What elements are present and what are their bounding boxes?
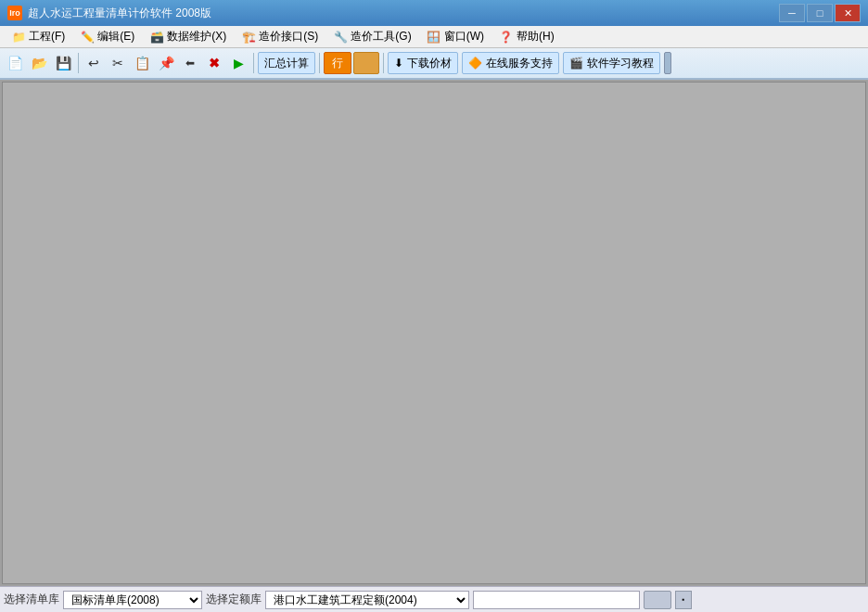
- main-content: [0, 80, 868, 586]
- orange-placeholder: [353, 52, 379, 74]
- download-price-label: 下载价材: [407, 56, 452, 71]
- row-label: 行: [332, 57, 343, 70]
- indent-button[interactable]: ⬅: [179, 52, 201, 74]
- toolbar: 📄 📂 💾 ↩ ✂ 📋 📌 ⬅ ✖ ▶ 汇总计算 行 ⬇ 下载价材 🔶 在线服务…: [0, 48, 868, 80]
- toolbar-separator-4: [383, 53, 384, 73]
- download-price-button[interactable]: ⬇ 下载价材: [388, 52, 458, 74]
- pricing-interface-icon: 🏗️: [241, 30, 256, 45]
- online-service-button[interactable]: 🔶 在线服务支持: [462, 52, 559, 74]
- play-button[interactable]: ▶: [227, 52, 249, 74]
- delete-button[interactable]: ✖: [203, 52, 225, 74]
- status-bar: 选择清单库 国标清单库(2008) 选择定额库 港口水工建筑工程定额(2004)…: [0, 586, 868, 612]
- menu-pricing-interface[interactable]: 🏗️ 造价接口(S): [234, 27, 326, 46]
- summary-label: 汇总计算: [264, 56, 309, 71]
- save-button[interactable]: 💾: [52, 52, 74, 74]
- close-button[interactable]: ✕: [835, 4, 861, 22]
- menu-pricing-interface-label: 造价接口(S): [259, 29, 318, 45]
- summary-button[interactable]: 汇总计算: [258, 52, 315, 74]
- help-icon: ❓: [499, 30, 514, 45]
- menu-edit-label: 编辑(E): [97, 29, 134, 45]
- undo-button[interactable]: ↩: [83, 52, 105, 74]
- title-bar: Iro 超人水运工程量清单计价软件 2008版 ─ □ ✕: [0, 0, 868, 26]
- copy-button[interactable]: 📋: [131, 52, 153, 74]
- menu-edit[interactable]: ✏️ 编辑(E): [72, 27, 142, 46]
- list-db-select[interactable]: 国标清单库(2008): [63, 591, 202, 609]
- cut-button[interactable]: ✂: [107, 52, 129, 74]
- paste-button[interactable]: 📌: [155, 52, 177, 74]
- new-button[interactable]: 📄: [4, 52, 26, 74]
- open-button[interactable]: 📂: [28, 52, 50, 74]
- tutorial-label: 软件学习教程: [587, 56, 654, 71]
- toolbar-right: ⬇ 下载价材 🔶 在线服务支持 🎬 软件学习教程: [388, 52, 671, 74]
- online-service-label: 在线服务支持: [486, 56, 553, 71]
- toolbar-separator-3: [319, 53, 320, 73]
- title-bar-left: Iro 超人水运工程量清单计价软件 2008版: [7, 6, 211, 21]
- maximize-button[interactable]: □: [807, 4, 833, 22]
- quota-db-select[interactable]: 港口水工建筑工程定额(2004): [265, 591, 469, 609]
- menu-window[interactable]: 🪟 窗口(W): [419, 27, 491, 46]
- app-icon: Iro: [7, 6, 22, 20]
- app-icon-text: Iro: [9, 8, 20, 18]
- list-db-label: 选择清单库: [4, 592, 59, 607]
- search-input[interactable]: [473, 591, 640, 609]
- menu-pricing-tool-label: 造价工具(G): [351, 29, 411, 45]
- workspace-area: [2, 82, 866, 584]
- menu-project[interactable]: 📁 工程(F): [4, 27, 72, 46]
- menu-bar: 📁 工程(F) ✏️ 编辑(E) 🗃️ 数据维护(X) 🏗️ 造价接口(S) 🔧…: [0, 26, 868, 48]
- slider-handle[interactable]: [644, 591, 671, 609]
- menu-help-label: 帮助(H): [517, 29, 555, 45]
- tutorial-button[interactable]: 🎬 软件学习教程: [563, 52, 660, 74]
- toolbar-separator-1: [78, 53, 79, 73]
- menu-project-label: 工程(F): [29, 29, 65, 45]
- pricing-tool-icon: 🔧: [333, 30, 348, 45]
- toolbar-separator-2: [253, 53, 254, 73]
- minimize-button[interactable]: ─: [779, 4, 805, 22]
- corner-resize[interactable]: ▪: [675, 591, 692, 609]
- menu-window-label: 窗口(W): [444, 29, 484, 45]
- data-icon: 🗃️: [149, 30, 164, 45]
- quota-db-label: 选择定额库: [206, 592, 262, 607]
- window-controls: ─ □ ✕: [779, 4, 861, 22]
- project-icon: 📁: [11, 30, 26, 45]
- menu-help[interactable]: ❓ 帮助(H): [491, 27, 562, 46]
- menu-data-maintain[interactable]: 🗃️ 数据维护(X): [142, 27, 234, 46]
- menu-pricing-tool[interactable]: 🔧 造价工具(G): [326, 27, 418, 46]
- window-icon: 🪟: [427, 30, 441, 45]
- window-title: 超人水运工程量清单计价软件 2008版: [28, 6, 211, 21]
- edit-icon: ✏️: [80, 30, 95, 45]
- menu-data-label: 数据维护(X): [167, 29, 226, 45]
- row-button[interactable]: 行: [324, 52, 351, 74]
- toolbar-end-handle[interactable]: [664, 52, 671, 74]
